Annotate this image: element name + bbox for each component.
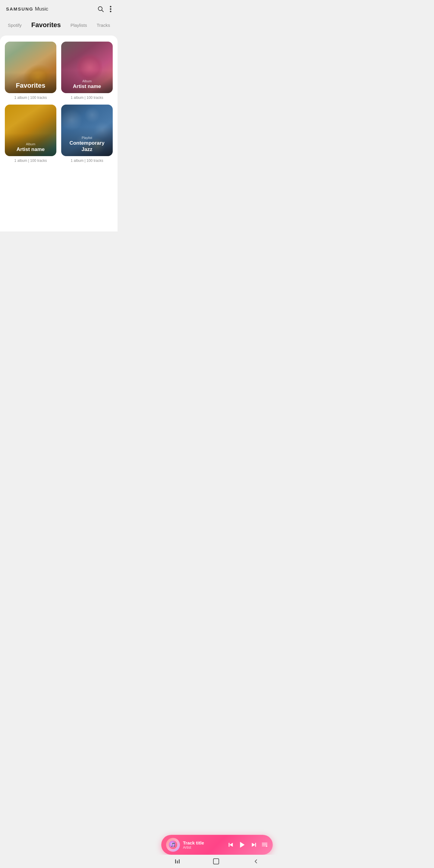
album-meta: 1 album | 100 tracks: [71, 158, 103, 163]
album-meta: 1 album | 100 tracks: [14, 158, 47, 163]
album-type: Album: [8, 142, 53, 146]
tab-tracks[interactable]: Tracks: [92, 21, 115, 30]
app-logo: SAMSUNG Music: [6, 6, 48, 12]
search-icon: [97, 5, 104, 13]
brand-name: SAMSUNG: [6, 6, 33, 11]
album-type: Album: [65, 79, 109, 83]
album-art-jazz: Playlist Contemporary Jazz: [61, 104, 113, 156]
list-item[interactable]: Favorites 1 album | 100 tracks: [5, 41, 56, 100]
svg-point-3: [110, 8, 112, 10]
album-label: Album Artist name: [5, 133, 56, 156]
album-meta: 1 album | 100 tracks: [14, 96, 47, 100]
album-label: Favorites: [5, 73, 56, 93]
more-options-icon: [110, 5, 112, 13]
svg-line-1: [102, 10, 104, 12]
album-title: Artist name: [8, 147, 53, 153]
tab-favorites[interactable]: Favorites: [27, 19, 66, 31]
album-art-artist1: Album Artist name: [61, 41, 113, 93]
album-meta: 1 album | 100 tracks: [71, 96, 103, 100]
app-header: SAMSUNG Music: [0, 0, 118, 17]
search-button[interactable]: [97, 5, 104, 13]
list-item[interactable]: Album Artist name 1 album | 100 tracks: [61, 41, 113, 100]
album-label: Album Artist name: [61, 70, 113, 93]
favorites-grid: Favorites 1 album | 100 tracks Album Art…: [5, 41, 113, 163]
svg-point-2: [110, 6, 112, 7]
header-actions: [97, 5, 112, 13]
tab-spotify[interactable]: Spotify: [3, 21, 27, 30]
album-title: Favorites: [8, 82, 53, 90]
album-art-artist2: Album Artist name: [5, 104, 56, 156]
tab-playlists[interactable]: Playlists: [66, 21, 92, 30]
list-item[interactable]: Playlist Contemporary Jazz 1 album | 100…: [61, 104, 113, 163]
album-label: Playlist Contemporary Jazz: [61, 127, 113, 156]
app-name: Music: [35, 6, 48, 12]
album-art-favorites: Favorites: [5, 41, 56, 93]
navigation-tabs: Spotify Favorites Playlists Tracks: [0, 17, 118, 36]
album-title: Artist name: [65, 84, 109, 90]
list-item[interactable]: Album Artist name 1 album | 100 tracks: [5, 104, 56, 163]
album-type: Playlist: [65, 136, 109, 140]
more-options-button[interactable]: [110, 5, 112, 13]
content-card: Favorites 1 album | 100 tracks Album Art…: [0, 36, 118, 231]
svg-point-4: [110, 11, 112, 12]
album-title: Contemporary Jazz: [65, 140, 109, 153]
